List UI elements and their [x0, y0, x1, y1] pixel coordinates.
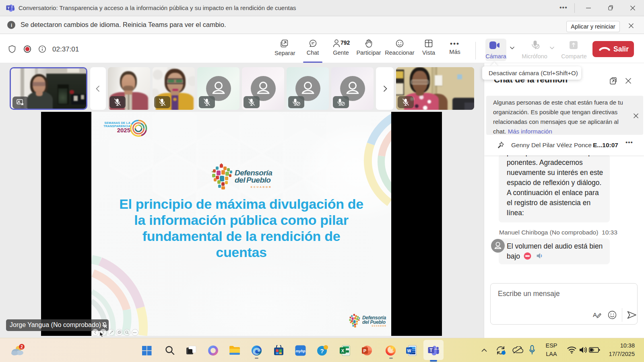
- svg-text:792: 792: [341, 39, 350, 46]
- svg-text:T: T: [7, 6, 10, 10]
- svg-text:2: 2: [21, 345, 23, 349]
- svg-text:myhp: myhp: [295, 349, 305, 353]
- svg-text:T: T: [429, 348, 433, 353]
- svg-text:?: ?: [320, 348, 324, 354]
- svg-text:P: P: [363, 348, 366, 353]
- svg-text:A: A: [593, 311, 597, 318]
- svg-text:W: W: [407, 348, 411, 353]
- svg-text:X: X: [341, 348, 345, 353]
